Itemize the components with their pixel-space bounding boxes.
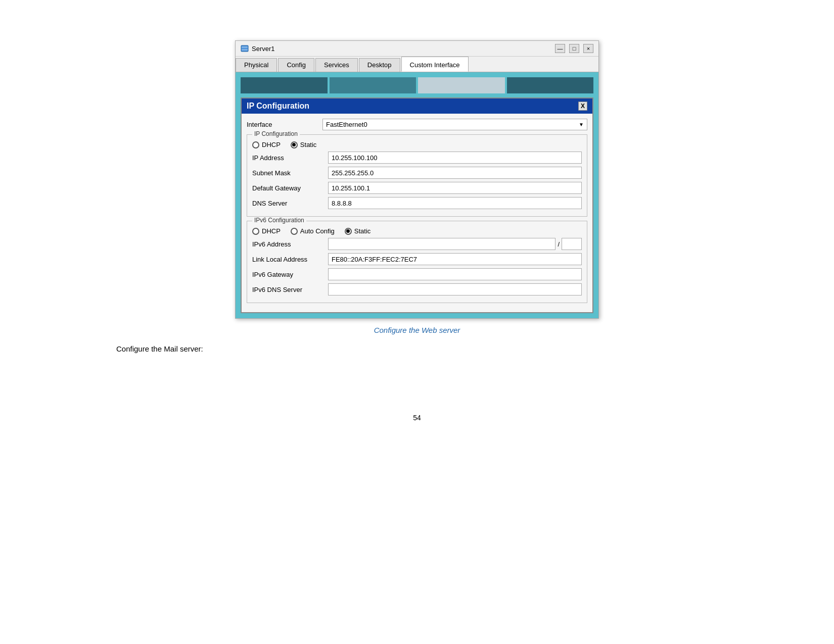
ipv4-radio-row: DHCP Static	[252, 141, 582, 148]
strip-block-2	[330, 77, 416, 93]
subnet-mask-label: Subnet Mask	[252, 169, 328, 177]
ip-address-row: IP Address	[252, 152, 582, 164]
static-radio-circle	[291, 141, 298, 148]
ipv6-static-radio[interactable]: Static	[345, 227, 371, 235]
tab-config[interactable]: Config	[278, 58, 314, 72]
link-local-label: Link Local Address	[252, 256, 328, 263]
ipv6-static-circle	[345, 228, 352, 235]
window-title-area: Server1	[241, 44, 275, 53]
strip-block-4	[507, 77, 594, 93]
tab-services[interactable]: Services	[315, 58, 358, 72]
ipv6-auto-radio[interactable]: Auto Config	[291, 227, 335, 235]
subnet-mask-input[interactable]	[328, 167, 582, 179]
dhcp-label: DHCP	[262, 141, 281, 148]
window-content: IP Configuration X Interface FastEtherne…	[236, 72, 598, 318]
window-title-text: Server1	[252, 45, 275, 53]
ip-config-dialog: IP Configuration X Interface FastEtherne…	[241, 97, 593, 313]
ipv6-gateway-row: IPv6 Gateway	[252, 268, 582, 280]
static-label: Static	[300, 141, 317, 148]
ipv6-address-field: /	[328, 238, 582, 250]
ipv4-static-radio[interactable]: Static	[291, 141, 317, 148]
minimize-button[interactable]: —	[555, 44, 565, 53]
slash-separator: /	[555, 240, 562, 248]
ip-config-header: IP Configuration X	[242, 98, 592, 114]
ip-config-title: IP Configuration	[247, 102, 309, 111]
interface-value: FastEthernet0	[326, 121, 367, 128]
ipv4-section-label: IP Configuration	[252, 130, 300, 137]
ipv6-gateway-label: IPv6 Gateway	[252, 271, 328, 278]
maximize-button[interactable]: □	[569, 44, 579, 53]
dns-server-input[interactable]	[328, 197, 582, 209]
ipv6-section-label: IPv6 Configuration	[252, 217, 306, 224]
ipv6-auto-circle	[291, 228, 298, 235]
ip-config-body: Interface FastEthernet0 ▼ IP Configurati…	[242, 114, 592, 312]
strip-block-1	[241, 77, 328, 93]
dns-server-row: DNS Server	[252, 197, 582, 209]
ipv6-section: IPv6 Configuration DHCP Auto Config	[247, 221, 587, 303]
cisco-pt-window: Server1 — □ × Physical Config Services D…	[235, 40, 599, 319]
window-controls: — □ ×	[555, 44, 593, 53]
tab-custom-interface[interactable]: Custom Interface	[401, 57, 469, 72]
svg-rect-2	[242, 49, 248, 51]
body-text: Configure the Mail server:	[116, 344, 203, 353]
image-strip	[241, 77, 593, 93]
ipv6-prefix-input[interactable]	[562, 238, 582, 250]
ipv6-dhcp-label: DHCP	[262, 227, 281, 235]
ipv6-dns-input[interactable]	[328, 283, 582, 295]
svg-rect-0	[241, 45, 248, 52]
ipv6-dns-label: IPv6 DNS Server	[252, 286, 328, 293]
window-titlebar: Server1 — □ ×	[236, 41, 598, 57]
ipv6-auto-label: Auto Config	[300, 227, 335, 235]
default-gateway-label: Default Gateway	[252, 184, 328, 192]
ipv6-address-row: IPv6 Address /	[252, 238, 582, 250]
ipv6-radio-row: DHCP Auto Config Static	[252, 227, 582, 235]
server-icon	[241, 44, 249, 53]
ipv6-address-label: IPv6 Address	[252, 240, 328, 248]
link-local-input[interactable]	[328, 253, 582, 265]
ip-address-input[interactable]	[328, 152, 582, 164]
strip-block-3	[418, 77, 505, 93]
ipv6-dhcp-radio[interactable]: DHCP	[252, 227, 281, 235]
ip-address-label: IP Address	[252, 154, 328, 162]
ipv6-static-label: Static	[354, 227, 371, 235]
tab-physical[interactable]: Physical	[236, 58, 277, 72]
default-gateway-row: Default Gateway	[252, 182, 582, 194]
tab-desktop[interactable]: Desktop	[359, 58, 400, 72]
tabs-bar: Physical Config Services Desktop Custom …	[236, 57, 598, 72]
interface-label: Interface	[247, 121, 322, 128]
page-number: 54	[413, 414, 421, 422]
ipv4-dhcp-radio[interactable]: DHCP	[252, 141, 281, 148]
svg-rect-1	[242, 46, 248, 48]
ipv6-dns-row: IPv6 DNS Server	[252, 283, 582, 295]
dhcp-radio-circle	[252, 141, 259, 148]
dns-server-label: DNS Server	[252, 200, 328, 207]
caption-text: Configure the Web server	[374, 326, 460, 334]
subnet-mask-row: Subnet Mask	[252, 167, 582, 179]
interface-dropdown[interactable]: FastEthernet0 ▼	[322, 119, 587, 130]
dropdown-arrow-icon: ▼	[579, 122, 584, 127]
default-gateway-input[interactable]	[328, 182, 582, 194]
interface-row: Interface FastEthernet0 ▼	[247, 119, 587, 130]
link-local-row: Link Local Address	[252, 253, 582, 265]
ip-config-close-button[interactable]: X	[578, 102, 587, 111]
ipv6-dhcp-circle	[252, 228, 259, 235]
window-close-button[interactable]: ×	[583, 44, 593, 53]
ipv6-address-input[interactable]	[328, 238, 555, 250]
ipv6-gateway-input[interactable]	[328, 268, 582, 280]
ipv4-section: IP Configuration DHCP Static	[247, 134, 587, 217]
